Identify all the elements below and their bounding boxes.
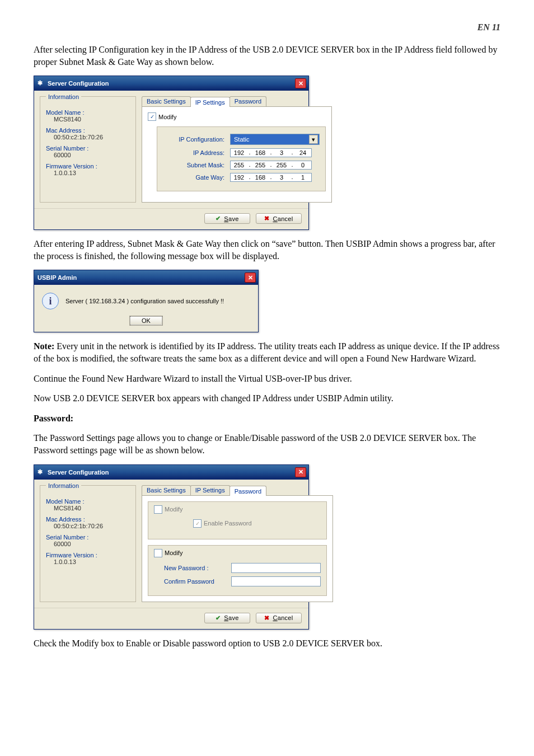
tab-ip-settings[interactable]: IP Settings [190, 97, 230, 107]
save-button[interactable]: ✔ Save [204, 213, 250, 224]
enable-password-checkbox[interactable]: ✓ [193, 519, 202, 528]
check-icon: ✔ [216, 215, 221, 222]
fw-value: 1.0.0.13 [54, 170, 76, 176]
paragraph-3: Every unit in the network is identified … [34, 341, 499, 363]
msgbox-message: Server ( 192.168.3.24 ) configuration sa… [65, 298, 224, 304]
cancel-label: Cancel [273, 215, 293, 222]
server-config-dialog-password: ✱ Server Configuration ✕ Information Mod… [34, 464, 309, 630]
save-label: Save [224, 215, 238, 222]
confirm-password-input[interactable] [231, 576, 321, 586]
close-icon[interactable]: ✕ [295, 467, 306, 477]
page-number: EN 11 [34, 22, 500, 32]
ipconfig-label: IP Configuration: [163, 136, 224, 143]
x-icon: ✖ [264, 215, 269, 222]
gateway-input[interactable]: 192. 168. 3. 1 [230, 173, 312, 182]
model-label: Model Name : [46, 109, 130, 116]
titlebar: ✱ Server Configuration ✕ [34, 465, 308, 480]
cancel-label: Cancel [273, 614, 293, 621]
fw-label: Firmware Version : [46, 163, 130, 170]
ipaddress-input[interactable]: 192. 168. 3. 24 [230, 148, 312, 157]
usbip-admin-msgbox: USBIP Admin ✕ i Server ( 192.168.3.24 ) … [34, 270, 259, 332]
paragraph-5: Now USB 2.0 DEVICE SERVER box appears wi… [34, 392, 500, 405]
paragraph-1: After selecting IP Configuration key in … [34, 44, 500, 68]
subnet-label: Subnet Mask: [163, 162, 224, 168]
fw-label: Firmware Version : [46, 552, 130, 558]
tab-password[interactable]: Password [229, 486, 266, 496]
ok-button[interactable]: OK [130, 316, 162, 325]
server-config-dialog-ip: ✱ Server Configuration ✕ Information Mod… [34, 76, 309, 230]
mac-value: 00:50:c2:1b:70:26 [54, 134, 103, 140]
info-icon: i [42, 293, 59, 309]
tabs-area: Basic Settings IP Settings Password Modi… [142, 485, 333, 602]
tab-basic-settings[interactable]: Basic Settings [142, 485, 191, 495]
ipconfig-value: Static [234, 136, 250, 143]
cancel-button[interactable]: ✖ Cancel [256, 213, 302, 224]
save-label: Save [224, 614, 238, 621]
model-label: Model Name : [46, 498, 130, 505]
chevron-down-icon: ▾ [309, 135, 318, 144]
modify-checkbox[interactable]: ✓ [148, 112, 156, 121]
dialog-title: Server Configuration [48, 80, 109, 87]
confirm-password-label: Confirm Password [164, 578, 226, 585]
tab-basic-settings[interactable]: Basic Settings [142, 96, 191, 106]
ipaddress-label: IP Address: [163, 149, 224, 156]
check-icon: ✔ [216, 614, 221, 622]
gear-icon: ✱ [38, 79, 45, 87]
modify-change-checkbox[interactable] [154, 549, 162, 557]
enable-password-label: Enable Password [204, 520, 252, 527]
titlebar: USBIP Admin ✕ [34, 270, 258, 285]
close-icon[interactable]: ✕ [295, 78, 306, 88]
modify-enable-checkbox[interactable] [154, 505, 162, 514]
paragraph-6: The Password Settings page allows you to… [34, 432, 500, 456]
model-value: MCS8140 [54, 505, 81, 511]
fw-value: 1.0.0.13 [54, 558, 76, 565]
msgbox-title: USBIP Admin [38, 274, 77, 281]
save-button[interactable]: ✔ Save [204, 613, 250, 623]
ipconfig-select[interactable]: Static ▾ [230, 134, 320, 145]
info-legend: Information [46, 93, 81, 100]
cancel-button[interactable]: ✖ Cancel [256, 613, 302, 623]
tabs-area: Basic Settings IP Settings Password ✓ Mo… [142, 96, 332, 203]
serial-value: 60000 [54, 541, 71, 547]
gateway-label: Gate Way: [163, 174, 224, 181]
modify-enable-label: Modify [165, 506, 182, 513]
x-icon: ✖ [264, 614, 269, 622]
paragraph-note: Note: Every unit in the network is ident… [34, 340, 500, 364]
information-panel: Information Model Name :MCS8140 Mac Addr… [40, 485, 136, 602]
subnet-input[interactable]: 255. 255. 255. 0 [230, 161, 312, 170]
serial-label: Serial Number : [46, 145, 130, 152]
modify-label: Modify [158, 114, 176, 120]
mac-value: 00:50:c2:1b:70:26 [54, 523, 103, 529]
titlebar: ✱ Server Configuration ✕ [34, 76, 308, 91]
tab-ip-settings[interactable]: IP Settings [190, 485, 230, 495]
ip-settings-panel: ✓ Modify IP Configuration: Static ▾ IP A… [142, 107, 332, 203]
modify-change-label: Modify [165, 550, 182, 556]
new-password-input[interactable] [231, 563, 321, 573]
info-legend: Information [46, 482, 81, 489]
model-value: MCS8140 [54, 116, 81, 123]
information-panel: Information Model Name :MCS8140 Mac Addr… [40, 96, 136, 203]
paragraph-2: After entering IP address, Subnet Mask &… [34, 238, 500, 262]
new-password-label: New Password : [164, 565, 226, 571]
mac-label: Mac Address : [46, 127, 130, 134]
serial-label: Serial Number : [46, 534, 130, 541]
dialog-title: Server Configuration [48, 469, 109, 476]
mac-label: Mac Address : [46, 516, 130, 523]
paragraph-4: Continue the Found New Hardware Wizard t… [34, 373, 500, 385]
note-label: Note: [34, 341, 54, 351]
password-panel: Modify ✓ Enable Password Modify New Pass… [142, 496, 333, 602]
gear-icon: ✱ [38, 468, 45, 476]
password-heading: Password: [34, 412, 500, 425]
caption: Check the Modify box to Enable or Disabl… [34, 637, 500, 650]
serial-value: 60000 [54, 152, 71, 158]
tab-password[interactable]: Password [229, 96, 266, 106]
close-icon[interactable]: ✕ [245, 273, 256, 283]
